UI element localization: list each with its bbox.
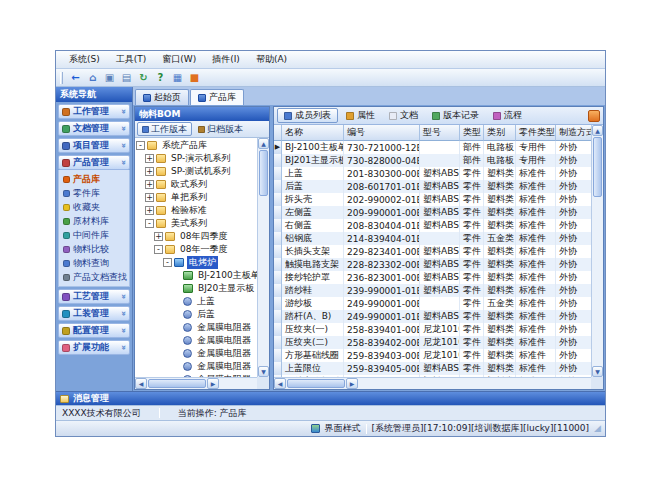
column-header[interactable]: 名称: [282, 125, 344, 141]
scroll-thumb[interactable]: [259, 150, 268, 196]
scroll-down-icon[interactable]: ▼: [592, 366, 603, 377]
nav-item-favorites[interactable]: 收藏夹: [59, 200, 129, 214]
tab-version-history[interactable]: 版本记录: [426, 108, 485, 123]
table-row[interactable]: 拆头壳202-990002-01E塑料ABS零件塑料类标准件外协条: [274, 193, 591, 206]
scroll-up-icon[interactable]: ▲: [258, 138, 269, 149]
tree-expander-icon[interactable]: -: [145, 219, 154, 228]
style-label[interactable]: 界面样式: [325, 422, 361, 435]
tree-expander-icon[interactable]: +: [145, 193, 154, 202]
toolbar-grip[interactable]: [60, 72, 63, 84]
tab-documents[interactable]: 文档: [383, 108, 424, 123]
tree-expander-icon[interactable]: +: [145, 167, 154, 176]
tree-expander-icon[interactable]: +: [145, 180, 154, 189]
help-button[interactable]: ?: [153, 70, 168, 85]
tab-product-library[interactable]: 产品库: [190, 89, 244, 105]
table-row[interactable]: BJ201主显示板730-828000-04E部件电路板专用件外协颗: [274, 154, 591, 167]
menu-item[interactable]: 插件(I): [205, 51, 247, 68]
nav-section-tooling-management-header[interactable]: 工装管理»: [58, 306, 130, 321]
list-button[interactable]: ▤: [119, 70, 134, 85]
tree-node[interactable]: BJ-2100主板单点: [135, 269, 257, 282]
windows-button[interactable]: ▣: [102, 70, 117, 85]
table-row[interactable]: ▶BJ-2100主板单点730-721000-12E部件电路板专用件外协颗: [274, 141, 591, 154]
tree-expander-icon[interactable]: +: [145, 154, 154, 163]
nav-item-parts-library[interactable]: 零件库: [59, 186, 129, 200]
scroll-right-icon[interactable]: ▶: [346, 378, 358, 389]
tab-properties[interactable]: 属性: [340, 108, 381, 123]
tab-workflow[interactable]: 流程: [487, 108, 528, 123]
tab-working-version[interactable]: 工作版本: [137, 122, 192, 136]
nav-section-document-management-header[interactable]: 文档管理»: [58, 121, 130, 136]
scroll-down-icon[interactable]: ▼: [258, 366, 269, 377]
table-row[interactable]: 铝钢底214-839404-01E零件五金类标准件外协条: [274, 232, 591, 245]
nav-item-product-library[interactable]: 产品库: [59, 172, 129, 186]
nav-section-product-management-header[interactable]: 产品管理»: [58, 155, 130, 170]
tree-expander-icon[interactable]: -: [136, 141, 145, 150]
tree-node[interactable]: 金属膜电阻器: [135, 321, 257, 334]
resize-grip[interactable]: ◢: [594, 424, 601, 433]
tree-node[interactable]: +08年四季度: [135, 230, 257, 243]
scroll-left-icon[interactable]: ◀: [274, 378, 286, 389]
table-row[interactable]: 右侧盖208-830404-01E塑料ABS零件塑料类标准件外协条: [274, 219, 591, 232]
nav-section-work-management-header[interactable]: 工作管理»: [58, 104, 130, 119]
bom-tree-hscrollbar[interactable]: ◀ ▶: [135, 377, 257, 389]
tree-node[interactable]: 后盖: [135, 308, 257, 321]
table-row[interactable]: 长插头支架229-823401-00E塑料ABS零件塑料类标准件外协条: [274, 245, 591, 258]
tree-node[interactable]: +单把系列: [135, 191, 257, 204]
tab-member-list[interactable]: 成员列表: [277, 108, 338, 123]
table-row[interactable]: 踏纱鞋239-990001-01E塑料ABS零件塑料类标准件外协条: [274, 284, 591, 297]
scroll-up-icon[interactable]: ▲: [592, 125, 603, 136]
table-row[interactable]: 接纱轮护罩236-823001-00E塑料ABS零件塑料类标准件外协条: [274, 271, 591, 284]
nav-item-material-compare[interactable]: 物料比较: [59, 242, 129, 256]
table-row[interactable]: 上盖201-830300-00E塑料ABS零件塑料类标准件外协条: [274, 167, 591, 180]
nav-item-material-query[interactable]: 物料查询: [59, 256, 129, 270]
tree-node[interactable]: 金属膜电阻器: [135, 360, 257, 373]
home-button[interactable]: ⌂: [85, 70, 100, 85]
menu-item[interactable]: 窗口(W): [155, 51, 203, 68]
column-header[interactable]: 制造方式: [556, 125, 591, 141]
scroll-thumb[interactable]: [287, 379, 345, 388]
nav-item-middleware-library[interactable]: 中间件库: [59, 228, 129, 242]
table-row[interactable]: 后盖208-601701-01E塑料ABS零件塑料类标准件外协条: [274, 180, 591, 193]
menu-item[interactable]: 帮助(A): [249, 51, 294, 68]
tree-node[interactable]: 金属膜电阻器: [135, 347, 257, 360]
message-bar[interactable]: 消息管理: [56, 391, 605, 405]
table-row[interactable]: 方形基础线圈259-839403-00E尼龙1010零件塑料类标准件外协条: [274, 349, 591, 362]
tree-node[interactable]: -电烤炉: [135, 256, 257, 269]
nav-section-project-management-header[interactable]: 项目管理»: [58, 138, 130, 153]
column-header[interactable]: 零件类型: [516, 125, 556, 141]
table-vscrollbar[interactable]: ▲ ▼: [591, 125, 603, 377]
table-row[interactable]: 上盖限位259-839405-00E塑料ABS零件塑料类标准件外协条: [274, 362, 591, 375]
tree-node[interactable]: -系统产品库: [135, 139, 257, 152]
tree-expander-icon[interactable]: -: [163, 258, 172, 267]
table-row[interactable]: 压纹夹(一)258-839401-00E尼龙1010零件塑料类标准件外协条: [274, 323, 591, 336]
tree-node[interactable]: 金属膜电阻器: [135, 334, 257, 347]
back-button[interactable]: ←: [68, 70, 83, 85]
table-row[interactable]: 游纱板249-990001-00E零件五金类标准件外协条: [274, 297, 591, 310]
tree-node[interactable]: BJ20主显示板: [135, 282, 257, 295]
column-header[interactable]: 型号: [420, 125, 460, 141]
nav-item-raw-material-library[interactable]: 原材料库: [59, 214, 129, 228]
tree-node[interactable]: 上盖: [135, 295, 257, 308]
tree-node[interactable]: -08年一季度: [135, 243, 257, 256]
tree-expander-icon[interactable]: -: [154, 245, 163, 254]
tree-expander-icon[interactable]: +: [154, 232, 163, 241]
bom-tree-vscrollbar[interactable]: ▲ ▼: [257, 138, 269, 377]
table-row[interactable]: 压纹夹(二)258-839402-00E尼龙1010零件塑料类标准件外协条: [274, 336, 591, 349]
table-row[interactable]: 踏杆(A、B)249-990001-01E塑料ABS零件塑料类标准件外协条: [274, 310, 591, 323]
nav-section-extensions-header[interactable]: 扩展功能»: [58, 340, 130, 355]
nav-section-configuration-management-header[interactable]: 配置管理»: [58, 323, 130, 338]
column-header[interactable]: 类别: [484, 125, 516, 141]
tree-node[interactable]: +SP-测试机系列: [135, 165, 257, 178]
menu-item[interactable]: 系统(S): [62, 51, 107, 68]
tree-node[interactable]: +SP-演示机系列: [135, 152, 257, 165]
scroll-right-icon[interactable]: ▶: [207, 378, 219, 389]
scroll-thumb[interactable]: [593, 137, 602, 197]
tree-node[interactable]: -美式系列: [135, 217, 257, 230]
tab-start-page[interactable]: 起始页: [135, 89, 189, 105]
scroll-left-icon[interactable]: ◀: [135, 378, 147, 389]
nav-section-process-management-header[interactable]: 工艺管理»: [58, 289, 130, 304]
column-header[interactable]: 类型: [460, 125, 484, 141]
tree-node[interactable]: +欧式系列: [135, 178, 257, 191]
menu-item[interactable]: 工具(T): [109, 51, 154, 68]
refresh-button[interactable]: ↻: [136, 70, 151, 85]
